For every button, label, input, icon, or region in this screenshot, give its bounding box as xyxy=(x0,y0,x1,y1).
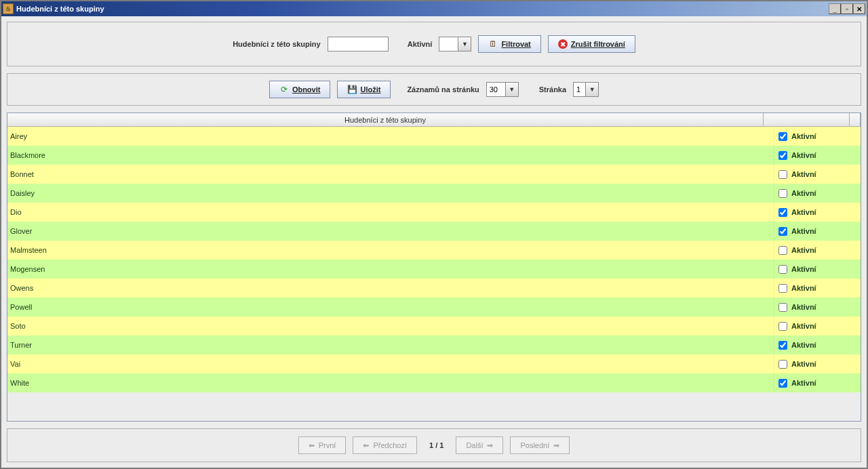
filter-active-dropdown[interactable]: ▼ xyxy=(458,37,471,52)
cell-name: Powell xyxy=(7,298,774,317)
table-row[interactable]: SotoAktivní xyxy=(7,317,861,335)
filter-name-label: Hudebníci z této skupiny xyxy=(233,40,321,48)
table-row[interactable]: BlackmoreAktivní xyxy=(7,146,861,165)
cell-active: Aktivní xyxy=(774,241,861,260)
cell-name: Soto xyxy=(7,317,774,335)
cell-active: Aktivní xyxy=(774,184,861,203)
column-header-active[interactable] xyxy=(764,113,850,126)
filter-name-input[interactable] xyxy=(328,37,389,52)
table-row[interactable]: TurnerAktivní xyxy=(7,335,861,354)
first-page-button[interactable]: ⬅ První xyxy=(298,436,347,454)
active-checkbox[interactable] xyxy=(778,208,787,217)
cell-active: Aktivní xyxy=(774,222,861,241)
last-page-button[interactable]: Poslední ➡ xyxy=(510,436,570,454)
active-checkbox[interactable] xyxy=(778,246,787,255)
maximize-button[interactable]: ▫ xyxy=(841,3,853,14)
active-checkbox[interactable] xyxy=(778,341,787,350)
cell-active: Aktivní xyxy=(774,298,861,317)
page-input[interactable] xyxy=(573,82,585,97)
cell-active: Aktivní xyxy=(774,373,861,392)
refresh-button[interactable]: ⟳ Obnovit xyxy=(269,81,331,98)
active-checkbox[interactable] xyxy=(778,322,787,331)
active-checkbox[interactable] xyxy=(778,151,787,160)
table-row[interactable]: DioAktivní xyxy=(7,203,861,222)
cell-name: Turner xyxy=(7,335,774,354)
active-checkbox[interactable] xyxy=(778,379,787,388)
cell-name: Bonnet xyxy=(7,165,774,184)
cell-name: Glover xyxy=(7,222,774,241)
filter-button-label: Filtrovat xyxy=(501,40,530,48)
cell-name: Daisley xyxy=(7,184,774,203)
cancel-filter-label: Zrušit filtrování xyxy=(571,40,625,48)
arrow-right-icon: ➡ xyxy=(487,441,493,450)
active-checkbox[interactable] xyxy=(778,360,787,369)
table-row[interactable]: PowellAktivní xyxy=(7,298,861,317)
save-icon: 💾 xyxy=(347,85,357,94)
grid-body[interactable]: AireyAktivníBlackmoreAktivníBonnetAktivn… xyxy=(7,127,861,421)
cell-active: Aktivní xyxy=(774,335,861,354)
active-label: Aktivní xyxy=(791,132,816,140)
column-header-scroll xyxy=(850,113,861,126)
per-page-input[interactable] xyxy=(486,82,505,97)
refresh-icon: ⟳ xyxy=(279,85,289,94)
per-page-dropdown[interactable]: ▼ xyxy=(505,82,519,97)
active-label: Aktivní xyxy=(791,341,816,349)
save-label: Uložit xyxy=(360,85,380,94)
minimize-button[interactable]: _ xyxy=(829,3,841,14)
table-row[interactable]: MalmsteenAktivní xyxy=(7,241,861,260)
page-info: 1 / 1 xyxy=(424,441,449,449)
active-checkbox[interactable] xyxy=(778,132,787,141)
grid-header: Hudebníci z této skupiny xyxy=(7,113,861,127)
filter-button[interactable]: 🗓 Filtrovat xyxy=(478,35,540,53)
cell-name: Malmsteen xyxy=(7,241,774,260)
cell-active: Aktivní xyxy=(774,317,861,335)
close-button[interactable]: ✕ xyxy=(853,3,865,14)
cell-name: Owens xyxy=(7,279,774,298)
active-label: Aktivní xyxy=(791,303,816,311)
title-bar: ♨ Hudebníci z této skupiny _ ▫ ✕ xyxy=(1,1,867,16)
cell-name: White xyxy=(7,373,774,392)
next-page-button[interactable]: Další ➡ xyxy=(456,436,503,454)
active-checkbox[interactable] xyxy=(778,303,787,312)
toolbar-panel: ⟳ Obnovit 💾 Uložit Záznamů na stránku ▼ … xyxy=(7,73,861,106)
cancel-icon: ✖ xyxy=(558,39,568,49)
active-checkbox[interactable] xyxy=(778,170,787,179)
filter-active-label: Aktivní xyxy=(408,40,433,48)
active-label: Aktivní xyxy=(791,151,816,159)
active-checkbox[interactable] xyxy=(778,227,787,236)
active-label: Aktivní xyxy=(791,227,816,235)
table-row[interactable]: BonnetAktivní xyxy=(7,165,861,184)
app-icon: ♨ xyxy=(3,3,14,14)
column-header-name[interactable]: Hudebníci z této skupiny xyxy=(7,113,764,126)
filter-active-combo[interactable] xyxy=(439,37,458,52)
cell-active: Aktivní xyxy=(774,354,861,373)
table-row[interactable]: WhiteAktivní xyxy=(7,373,861,392)
active-label: Aktivní xyxy=(791,208,816,216)
table-row[interactable]: AireyAktivní xyxy=(7,127,861,146)
cancel-filter-button[interactable]: ✖ Zrušit filtrování xyxy=(548,35,635,53)
refresh-label: Obnovit xyxy=(292,85,321,94)
page-dropdown[interactable]: ▼ xyxy=(585,82,599,97)
table-row[interactable]: VaiAktivní xyxy=(7,354,861,373)
data-grid: Hudebníci z této skupiny AireyAktivníBla… xyxy=(7,113,861,422)
prev-page-button[interactable]: ⬅ Předchozí xyxy=(353,436,417,454)
per-page-label: Záznamů na stránku xyxy=(407,85,479,94)
active-label: Aktivní xyxy=(791,322,816,330)
cell-name: Blackmore xyxy=(7,146,774,165)
active-checkbox[interactable] xyxy=(778,265,787,274)
save-button[interactable]: 💾 Uložit xyxy=(337,81,391,98)
cell-active: Aktivní xyxy=(774,279,861,298)
table-row[interactable]: GloverAktivní xyxy=(7,222,861,241)
table-row[interactable]: OwensAktivní xyxy=(7,279,861,298)
table-row[interactable]: DaisleyAktivní xyxy=(7,184,861,203)
filter-panel: Hudebníci z této skupiny Aktivní ▼ 🗓 Fil… xyxy=(7,22,861,66)
next-label: Další xyxy=(466,441,483,449)
arrow-left-icon: ⬅ xyxy=(363,441,369,450)
table-row[interactable]: MogensenAktivní xyxy=(7,260,861,279)
active-label: Aktivní xyxy=(791,246,816,254)
pager-panel: ⬅ První ⬅ Předchozí 1 / 1 Další ➡ Posled… xyxy=(7,428,861,462)
active-checkbox[interactable] xyxy=(778,189,787,198)
window-title: Hudebníci z této skupiny xyxy=(16,5,104,13)
cell-name: Mogensen xyxy=(7,260,774,279)
active-checkbox[interactable] xyxy=(778,284,787,293)
